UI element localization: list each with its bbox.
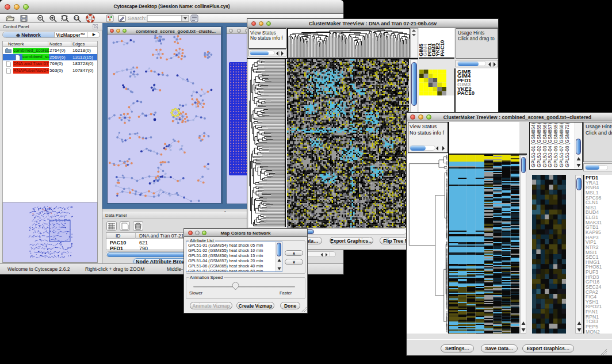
svg-text:GPL51-01 (GSM854): GPL51-01 (GSM854) [531,122,536,167]
svg-text:GPL51-07 (GSM868): GPL51-07 (GSM868) [559,122,564,167]
svg-text:1:1: 1:1 [75,17,79,20]
svg-text:GPL51-02 (GSM855): GPL51-02 (GSM855) [537,122,542,167]
svg-text:Search:: Search: [128,15,147,21]
svg-text:GPL51-08 (GSM872): GPL51-08 (GSM872) [565,122,570,167]
svg-text:GPL51-04 (GSM857): GPL51-04 (GSM857) [548,122,553,167]
svg-text:GPL51-03 (GSM856): GPL51-03 (GSM856) [542,122,548,167]
svg-text:GPL51-06 (GSM865): GPL51-06 (GSM865) [553,122,559,167]
svg-text:PAC10: PAC10 [439,40,445,56]
